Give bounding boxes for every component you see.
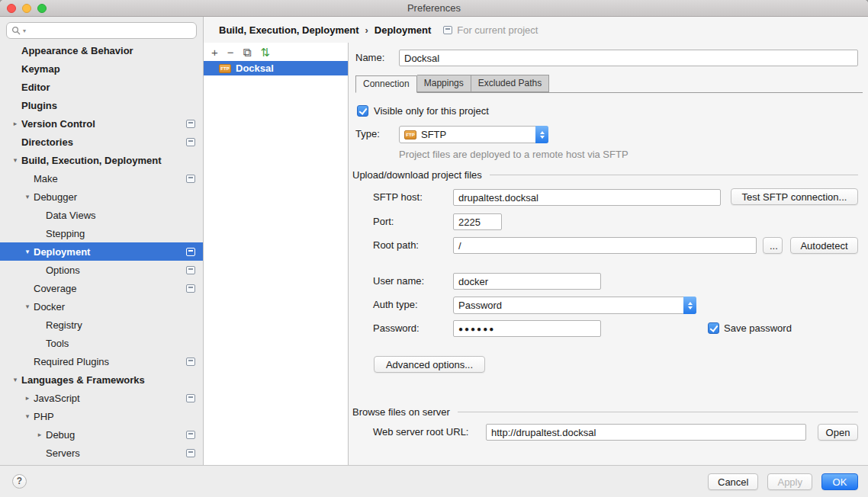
- auth-type-label: Auth type:: [373, 297, 418, 313]
- sidebar-item-directories[interactable]: Directories: [0, 133, 203, 151]
- combobox-stepper-icon[interactable]: [535, 126, 548, 143]
- open-button[interactable]: Open: [818, 424, 858, 441]
- zoom-button[interactable]: [37, 4, 47, 13]
- section-divider: [490, 175, 858, 175]
- port-input[interactable]: [453, 213, 502, 230]
- browse-root-path-button[interactable]: ...: [763, 237, 783, 254]
- sftp-server-icon: FTP: [219, 64, 231, 73]
- combobox-stepper-icon[interactable]: [683, 297, 696, 314]
- sidebar-item-label: Stepping: [46, 228, 85, 239]
- sidebar-item-data-views[interactable]: Data Views: [0, 206, 203, 224]
- sftp-icon: FTP: [404, 130, 416, 139]
- autodetect-button[interactable]: Autodetect: [790, 237, 858, 254]
- server-item-label: Docksal: [236, 63, 274, 74]
- section-divider: [458, 412, 858, 412]
- chevron-down-icon: ▾: [23, 27, 26, 34]
- save-password-checkbox[interactable]: [708, 322, 719, 334]
- per-project-settings-icon: [186, 138, 195, 146]
- root-path-label: Root path:: [373, 237, 419, 254]
- traffic-lights: [7, 4, 47, 13]
- titlebar[interactable]: Preferences: [0, 0, 868, 17]
- sidebar-item-make[interactable]: Make: [0, 169, 203, 188]
- window-title: Preferences: [0, 0, 868, 16]
- chevron-down-icon[interactable]: ▾: [21, 193, 34, 200]
- tab-mappings[interactable]: Mappings: [417, 75, 471, 92]
- sidebar-item-debug[interactable]: ▸Debug: [0, 425, 203, 444]
- chevron-down-icon[interactable]: ▾: [9, 376, 21, 383]
- chevron-down-icon[interactable]: ▾: [21, 412, 34, 420]
- sidebar-item-servers[interactable]: Servers: [0, 444, 203, 462]
- search-input[interactable]: [28, 25, 191, 36]
- sidebar-item-label: Directories: [21, 136, 73, 148]
- chevron-down-icon[interactable]: ▾: [9, 156, 21, 164]
- sidebar-item-label: Debugger: [34, 191, 77, 203]
- upload-section-header: Upload/download project files: [352, 169, 858, 181]
- reorder-icon[interactable]: ⇅: [260, 46, 270, 58]
- sidebar-item-label: Servers: [46, 447, 80, 459]
- sidebar-item-docker[interactable]: ▾Docker: [0, 297, 203, 316]
- sidebar-item-label: PHP: [34, 411, 54, 422]
- preferences-window: Preferences ▾ Appearance & BehaviorKeyma…: [0, 0, 868, 497]
- sftp-host-input[interactable]: [453, 189, 721, 206]
- sidebar-item-coverage[interactable]: Coverage: [0, 279, 203, 297]
- sidebar-item-php[interactable]: ▾PHP: [0, 407, 203, 425]
- sidebar-item-build-execution-deployment[interactable]: ▾Build, Execution, Deployment: [0, 151, 203, 169]
- sidebar-item-deployment[interactable]: ▾Deployment: [0, 242, 203, 261]
- sidebar-item-editor[interactable]: Editor: [0, 78, 203, 96]
- server-item-docksal[interactable]: FTPDocksal: [204, 61, 348, 75]
- save-password-label: Save password: [724, 320, 792, 337]
- advanced-options-button[interactable]: Advanced options...: [374, 356, 485, 373]
- settings-sidebar: ▾ Appearance & BehaviorKeymapEditorPlugi…: [0, 17, 204, 465]
- sidebar-item-languages-frameworks[interactable]: ▾Languages & Frameworks: [0, 370, 203, 389]
- sidebar-item-version-control[interactable]: ▸Version Control: [0, 114, 203, 133]
- user-name-input[interactable]: [453, 273, 601, 290]
- tab-excluded-paths[interactable]: Excluded Paths: [471, 75, 549, 92]
- sidebar-item-plugins[interactable]: Plugins: [0, 96, 203, 114]
- apply-button[interactable]: Apply: [767, 473, 812, 490]
- chevron-right-icon[interactable]: ▸: [21, 394, 34, 402]
- add-icon[interactable]: +: [211, 46, 218, 58]
- sidebar-item-registry[interactable]: Registry: [0, 316, 203, 334]
- remove-icon[interactable]: −: [227, 46, 234, 58]
- visible-only-checkbox[interactable]: [357, 105, 368, 117]
- sidebar-item-debugger[interactable]: ▾Debugger: [0, 188, 203, 206]
- sidebar-item-tools[interactable]: Tools: [0, 334, 203, 352]
- sidebar-item-label: Keymap: [21, 63, 60, 75]
- chevron-right-icon[interactable]: ▸: [34, 431, 46, 438]
- chevron-down-icon[interactable]: ▾: [21, 303, 34, 310]
- per-project-settings-icon: [443, 26, 452, 34]
- minimize-button[interactable]: [22, 4, 31, 13]
- web-root-input[interactable]: [486, 424, 806, 441]
- password-input[interactable]: [453, 320, 601, 337]
- auth-type-value: Password: [458, 300, 679, 311]
- close-button[interactable]: [7, 4, 16, 13]
- sidebar-item-label: Appearance & Behavior: [21, 45, 133, 56]
- sidebar-item-appearance-behavior[interactable]: Appearance & Behavior: [0, 41, 203, 59]
- sidebar-item-stepping[interactable]: Stepping: [0, 224, 203, 242]
- cancel-button[interactable]: Cancel: [708, 473, 758, 490]
- name-input[interactable]: [399, 50, 858, 66]
- root-path-input[interactable]: [453, 237, 757, 254]
- help-button[interactable]: ?: [12, 474, 27, 489]
- sidebar-item-required-plugins[interactable]: Required Plugins: [0, 352, 203, 370]
- deployment-form: Name: ConnectionMappingsExcluded Paths V…: [349, 43, 868, 465]
- sidebar-item-options[interactable]: Options: [0, 261, 203, 279]
- breadcrumb-parent[interactable]: Build, Execution, Deployment: [219, 24, 358, 36]
- per-project-settings-icon: [186, 120, 195, 128]
- settings-search[interactable]: ▾: [6, 22, 197, 39]
- sidebar-item-keymap[interactable]: Keymap: [0, 59, 203, 78]
- copy-icon[interactable]: ⧉: [243, 46, 252, 58]
- server-toolbar: +−⧉⇅: [204, 43, 348, 61]
- per-project-settings-icon: [186, 394, 195, 402]
- ok-button[interactable]: OK: [821, 473, 858, 490]
- auth-type-select[interactable]: Password: [453, 297, 696, 314]
- type-select[interactable]: FTP SFTP: [399, 126, 548, 143]
- per-project-settings-icon: [186, 175, 195, 183]
- sidebar-item-label: Plugins: [21, 100, 57, 111]
- chevron-right-icon[interactable]: ▸: [9, 120, 21, 127]
- chevron-down-icon[interactable]: ▾: [21, 248, 34, 255]
- sidebar-item-javascript[interactable]: ▸JavaScript: [0, 389, 203, 407]
- test-sftp-connection-button[interactable]: Test SFTP connection...: [731, 188, 858, 205]
- per-project-settings-icon: [186, 266, 195, 274]
- tab-connection[interactable]: Connection: [355, 75, 417, 93]
